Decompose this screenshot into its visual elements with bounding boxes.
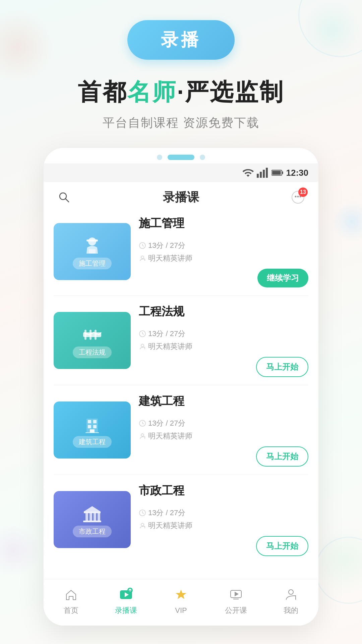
svg-point-10 [295,196,297,198]
course-teacher-jianzhu: 明天精英讲师 [139,431,308,441]
svg-rect-2 [263,170,265,178]
thumb-label-shigong: 施工管理 [73,258,112,269]
jianzhu-icon [80,413,104,436]
svg-rect-30 [88,425,91,428]
vip-icon [173,587,189,603]
dot-2-active [168,155,194,160]
svg-marker-53 [176,590,186,599]
dots-indicator [44,148,318,163]
svg-rect-22 [95,330,97,340]
svg-line-25 [142,334,144,334]
svg-rect-1 [260,172,262,178]
continue-btn-shigong[interactable]: 继续学习 [257,269,308,287]
course-meta-shizheng: 13分 / 27分 明天精英讲师 [139,508,308,531]
course-meta-jianzhu: 13分 / 27分 明天精英讲师 [139,418,308,441]
svg-rect-41 [89,513,92,521]
course-list: 施工管理 施工管理 13分 / 27分 明天精英讲师 继续学习 [44,212,318,579]
course-meta-shigong: 13分 / 27分 明天精英讲师 [139,240,308,263]
nav-label-mine: 我的 [284,605,298,615]
thumb-label-shizheng: 市政工程 [73,526,112,537]
svg-marker-38 [84,506,101,512]
course-item-gongcheng[interactable]: 工程法规 工程法规 13分 / 27分 明天精英讲师 马上开始 [54,304,308,385]
headline-part1: 首都 [78,79,127,105]
thumb-label-jianzhu: 建筑工程 [73,436,112,448]
home-icon [63,586,79,603]
luboke-icon [118,586,134,603]
svg-line-17 [142,246,144,246]
course-teacher-shigong: 明天精英讲师 [139,253,308,263]
course-time-gongcheng: 13分 / 27分 [139,329,308,339]
nav-label-vip: VIP [175,606,187,615]
svg-rect-3 [266,168,268,178]
subtitle: 平台自制课程 资源免费下载 [103,115,259,131]
course-thumbnail-gongcheng: 工程法规 [54,312,131,369]
svg-rect-31 [93,425,97,428]
start-btn-gongcheng[interactable]: 马上开始 [256,357,308,377]
deco-mid-right [332,201,362,241]
headline: 首都名师·严选监制 [78,76,284,108]
start-btn-jianzhu[interactable]: 马上开始 [256,446,308,467]
headline-accent: 名师 [127,79,177,105]
nav-label-gonkaike: 公开课 [225,605,247,615]
svg-rect-14 [86,239,98,241]
shizheng-icon [80,502,104,526]
course-item-shizheng[interactable]: 市政工程 市政工程 13分 / 27分 明天精英讲师 马上开始 [54,483,308,564]
course-time-shigong: 13分 / 27分 [139,240,308,251]
course-name-gongcheng: 工程法规 [139,304,308,319]
signal-icon [257,167,269,179]
svg-point-57 [289,590,293,594]
svg-rect-40 [85,513,88,521]
nav-label-luboke: 录播课 [115,605,137,615]
svg-point-11 [297,196,299,198]
course-thumbnail-shizheng: 市政工程 [54,491,131,548]
course-item-jianzhu[interactable]: 建筑工程 建筑工程 13分 / 27分 明天精英讲师 马上开始 [54,393,308,475]
nav-item-home[interactable]: 首页 [51,586,91,615]
status-icons: 12:30 [242,167,309,179]
status-bar: 12:30 [44,163,318,182]
svg-rect-43 [98,513,100,521]
course-time-shizheng: 13分 / 27分 [139,508,308,518]
nav-item-luboke[interactable]: 录播课 [106,586,146,615]
notification-button[interactable]: 13 [290,189,306,206]
course-action-shizheng: 马上开始 [139,536,308,556]
app-header: 录播课 13 [44,182,318,212]
svg-rect-28 [88,420,91,423]
course-name-jianzhu: 建筑工程 [139,393,308,409]
svg-line-8 [65,199,69,202]
svg-point-37 [141,434,144,436]
search-icon [57,190,71,205]
course-teacher-shizheng: 明天精英讲师 [139,521,308,531]
course-info-shizheng: 市政工程 13分 / 27分 明天精英讲师 马上开始 [131,483,308,556]
luboke-badge-btn[interactable]: 录播 [127,20,235,60]
course-thumbnail-jianzhu: 建筑工程 [54,401,131,459]
svg-line-47 [142,513,144,514]
gongcheng-icon [80,323,104,346]
deco-arc-bottom-right [315,537,362,604]
svg-rect-20 [84,330,86,340]
svg-rect-0 [257,174,259,178]
status-time: 12:30 [286,168,309,178]
nav-item-gonkaike[interactable]: 公开课 [216,586,256,615]
svg-marker-55 [235,592,239,596]
svg-rect-42 [94,513,96,521]
course-action-jianzhu: 马上开始 [139,446,308,467]
headline-part2: ·严选监制 [177,79,284,105]
course-action-shigong: 继续学习 [139,269,308,287]
nav-item-vip[interactable]: VIP [161,587,201,615]
gonkaike-icon [228,586,244,603]
bottom-nav: 首页 录播课 VIP [44,579,318,626]
svg-point-18 [141,256,144,259]
nav-item-mine[interactable]: 我的 [271,586,311,615]
svg-rect-6 [272,171,281,175]
wifi-icon [242,167,254,179]
deco-bottom-right [312,527,362,594]
app-title: 录播课 [163,189,199,206]
phone-mockup: 12:30 录播课 13 [44,148,318,626]
deco-bottom-left [0,523,40,577]
course-item-shigong[interactable]: 施工管理 施工管理 13分 / 27分 明天精英讲师 继续学习 [54,216,308,296]
start-btn-shizheng[interactable]: 马上开始 [256,536,308,556]
course-thumbnail-shigong: 施工管理 [54,223,131,280]
dot-3 [200,155,205,160]
notification-badge: 13 [298,187,308,197]
search-button[interactable] [56,189,72,206]
